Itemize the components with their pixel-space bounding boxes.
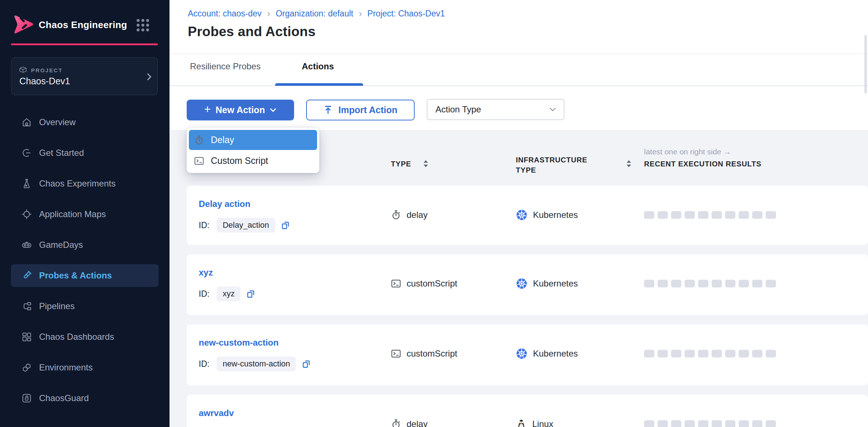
action-row-delay-action: Delay action ID: Delay_action delay Kube…	[187, 186, 868, 245]
stopwatch-icon	[391, 210, 401, 220]
breadcrumb-separator: ›	[267, 9, 270, 18]
id-label: ID:	[199, 289, 209, 299]
execution-result-placeholder	[766, 350, 776, 358]
sidebar-item-overview[interactable]: Overview	[11, 111, 159, 134]
sidebar-item-probes-actions[interactable]: Probes & Actions	[11, 264, 159, 287]
pipelines-icon	[21, 301, 32, 312]
sidebar-item-label: Overview	[39, 117, 76, 127]
execution-result-placeholder	[644, 211, 654, 219]
main-content: Account: chaos-dev›Organization: default…	[170, 0, 868, 427]
copy-icon[interactable]	[246, 289, 256, 299]
recent-execution-results	[644, 420, 776, 427]
action-type-value: delay	[407, 419, 427, 427]
execution-result-placeholder	[685, 350, 695, 358]
sidebar-item-chaos-dashboards[interactable]: Chaos Dashboards	[11, 326, 159, 348]
action-id-chip: Delay_action	[217, 218, 275, 232]
import-action-button[interactable]: Import Action	[306, 100, 415, 120]
execution-result-placeholder	[671, 350, 681, 358]
lock-icon	[21, 393, 32, 404]
execution-result-placeholder	[698, 280, 708, 288]
execution-result-placeholder	[644, 280, 654, 288]
sidebar-item-pipelines[interactable]: Pipelines	[11, 295, 159, 318]
dashboard-icon	[21, 331, 32, 342]
sidebar-item-application-maps[interactable]: Application Maps	[11, 203, 159, 226]
action-name-link[interactable]: Delay action	[199, 199, 250, 209]
menu-item-label: Custom Script	[211, 155, 268, 166]
action-type-value: customScript	[407, 349, 457, 359]
infrastructure-value: Linux	[532, 419, 553, 427]
sidebar-item-get-started[interactable]: Get Started	[11, 142, 159, 164]
sidebar-item-label: Application Maps	[39, 209, 106, 219]
sort-icon[interactable]	[423, 159, 429, 168]
new-action-button[interactable]: + New Action	[187, 100, 294, 120]
brand-accent-bar	[11, 43, 158, 45]
project-name: Chaos-Dev1	[19, 76, 70, 86]
execution-result-placeholder	[739, 420, 749, 427]
column-header-infrastructure-type[interactable]: INFRASTRUCTURE TYPE	[516, 155, 604, 175]
execution-result-placeholder	[698, 420, 708, 427]
action-type-value: customScript	[407, 278, 457, 289]
kubernetes-icon	[516, 348, 528, 359]
infrastructure-cell: Linux	[516, 419, 553, 427]
project-selector[interactable]: PROJECT Chaos-Dev1	[11, 57, 158, 95]
power-icon	[21, 147, 32, 158]
action-name-link[interactable]: xyz	[199, 268, 213, 278]
menu-item-custom-script[interactable]: Custom Script	[189, 151, 317, 171]
breadcrumb-link-1[interactable]: Organization: default	[276, 9, 353, 19]
action-row-awrvadv: awrvadv delay Linux	[187, 395, 868, 427]
action-name-link[interactable]: new-custom-action	[199, 338, 279, 348]
column-header-type[interactable]: TYPE	[391, 160, 411, 168]
menu-item-delay[interactable]: Delay	[189, 130, 317, 150]
action-type-filter-value: Action Type	[435, 104, 481, 115]
sidebar-item-label: Get Started	[39, 148, 84, 158]
sidebar-item-chaos-experiments[interactable]: Chaos Experiments	[11, 172, 159, 195]
harness-logo-icon[interactable]	[12, 14, 35, 36]
execution-result-placeholder	[725, 350, 735, 358]
action-id-row: ID: xyz	[199, 286, 256, 301]
action-id-row: ID: new-custom-action	[199, 357, 311, 371]
execution-result-placeholder	[658, 280, 668, 288]
sidebar-item-label: Environments	[39, 362, 93, 373]
execution-result-placeholder	[644, 350, 654, 358]
action-row-xyz: xyz ID: xyz customScript Kubernetes	[187, 254, 868, 315]
chevron-right-icon	[147, 73, 152, 81]
sidebar-item-label: Probes & Actions	[39, 270, 112, 281]
sidebar-item-label: GameDays	[39, 240, 83, 250]
copy-icon[interactable]	[301, 359, 311, 369]
stopwatch-icon	[194, 135, 204, 145]
tab-resilience-probes[interactable]: Resilience Probes	[190, 61, 260, 72]
tab-bar-divider	[170, 85, 868, 86]
sidebar-item-chaosguard[interactable]: ChaosGuard	[11, 387, 159, 409]
breadcrumb-separator: ›	[359, 9, 362, 18]
chevron-down-icon	[270, 108, 277, 113]
execution-result-placeholder	[685, 420, 695, 427]
action-type-cell: customScript	[391, 278, 457, 289]
execution-result-placeholder	[766, 420, 776, 427]
breadcrumb-link-0[interactable]: Account: chaos-dev	[188, 9, 262, 19]
sidebar-item-gamedays[interactable]: GameDays	[11, 234, 159, 256]
action-row-new-custom-action: new-custom-action ID: new-custom-action …	[187, 324, 868, 385]
gamepad-icon	[21, 239, 32, 250]
id-label: ID:	[199, 220, 209, 230]
execution-result-placeholder	[671, 280, 681, 288]
execution-result-placeholder	[658, 420, 668, 427]
breadcrumb-link-2[interactable]: Project: Chaos-Dev1	[368, 9, 445, 19]
action-type-filter[interactable]: Action Type	[427, 99, 564, 120]
sort-icon[interactable]	[626, 159, 632, 168]
terminal-icon	[391, 278, 401, 289]
sidebar-item-label: Pipelines	[39, 301, 75, 311]
test-tube-icon	[21, 270, 32, 281]
id-label: ID:	[199, 359, 209, 369]
action-name-link[interactable]: awrvadv	[199, 408, 234, 418]
scrollbar-thumb[interactable]	[864, 35, 867, 93]
execution-result-placeholder	[752, 211, 762, 219]
infrastructure-cell: Kubernetes	[516, 209, 578, 221]
execution-result-placeholder	[671, 420, 681, 427]
copy-icon[interactable]	[281, 220, 290, 230]
action-id-chip: new-custom-action	[217, 357, 296, 371]
action-type-value: delay	[407, 210, 427, 220]
execution-result-placeholder	[671, 211, 681, 219]
sidebar-item-environments[interactable]: Environments	[11, 356, 159, 379]
tab-actions[interactable]: Actions	[302, 61, 334, 72]
module-grid-icon[interactable]	[137, 19, 149, 31]
